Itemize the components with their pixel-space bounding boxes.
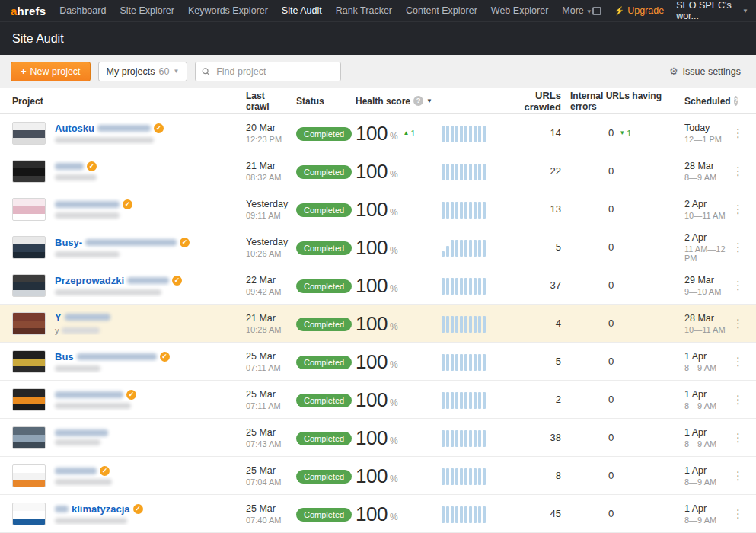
site-thumbnail[interactable]	[12, 236, 46, 259]
kebab-menu-button[interactable]: ⋮	[732, 203, 744, 215]
last-crawl-date: 20 Mar	[246, 123, 290, 133]
nav-item-more[interactable]: More▼	[562, 5, 592, 16]
scheduled-time: 11 AM—12 PM	[684, 244, 730, 263]
nav-item-content-explorer[interactable]: Content Explorer	[406, 5, 477, 16]
site-thumbnail[interactable]	[12, 274, 46, 297]
project-link[interactable]: ✓	[55, 199, 132, 209]
nav-item-site-explorer[interactable]: Site Explorer	[120, 5, 174, 16]
health-score-value: 100	[356, 314, 388, 334]
header-last-crawl[interactable]: Last crawl	[237, 91, 290, 112]
kebab-menu-button[interactable]: ⋮	[732, 279, 744, 292]
health-score-cell: 100 % ▲	[349, 276, 422, 295]
new-project-button[interactable]: + New project	[11, 62, 91, 81]
site-thumbnail[interactable]	[12, 122, 46, 145]
health-score-value: 100	[356, 466, 388, 486]
kebab-menu-button[interactable]: ⋮	[732, 241, 744, 254]
kebab-menu-button[interactable]: ⋮	[732, 164, 744, 177]
header-internal-errors[interactable]: Internal URLs having errors	[570, 91, 677, 112]
workspace-selector[interactable]: SEO SPEC's wor... ▼	[676, 0, 748, 21]
nav-item-web-explorer[interactable]: Web Explorer	[491, 5, 549, 16]
nav-item-rank-tracker[interactable]: Rank Tracker	[336, 5, 392, 16]
project-text: Przeprowadzki ✓	[55, 275, 182, 295]
upgrade-link[interactable]: ⚡ Upgrade	[614, 5, 664, 16]
health-score-cell: 100 % ▲	[349, 428, 422, 448]
project-link[interactable]: Busy- ✓	[55, 237, 190, 248]
info-icon[interactable]: ?	[413, 96, 423, 106]
health-sparkline	[422, 467, 506, 485]
internal-errors-cell: 0 ▼	[570, 394, 677, 405]
top-nav: ahrefs DashboardSite ExplorerKeywords Ex…	[0, 0, 756, 21]
display-icon[interactable]	[592, 7, 602, 15]
scheduled-cell: 2 Apr 10—11 AM	[677, 199, 730, 220]
kebab-menu-button[interactable]: ⋮	[732, 469, 744, 482]
project-link[interactable]: ✓	[55, 466, 112, 476]
header-project[interactable]: Project	[12, 96, 237, 107]
project-link[interactable]: klimatyzacja ✓	[55, 503, 143, 515]
health-score-value: 100	[356, 390, 388, 410]
domain-visible: y	[55, 326, 59, 335]
status-badge: Completed	[296, 279, 352, 293]
kebab-menu-button[interactable]: ⋮	[732, 431, 744, 444]
internal-errors-cell: 0 ▼	[570, 203, 677, 215]
project-link[interactable]: ✓	[55, 161, 97, 171]
site-thumbnail[interactable]	[12, 160, 46, 183]
last-crawl-cell: 21 Mar 08:32 AM	[237, 161, 290, 182]
project-link[interactable]: Y ✓	[55, 311, 110, 323]
kebab-menu-button[interactable]: ⋮	[732, 355, 744, 368]
last-crawl-time: 07:04 AM	[246, 477, 290, 487]
find-project-input[interactable]	[215, 65, 334, 78]
nav-item-site-audit[interactable]: Site Audit	[282, 5, 322, 16]
site-thumbnail[interactable]	[12, 503, 46, 525]
my-projects-dropdown[interactable]: My projects 60 ▼	[98, 62, 188, 81]
row-menu-cell: ⋮	[730, 317, 744, 330]
site-thumbnail[interactable]	[12, 198, 46, 221]
status-cell: Completed	[290, 355, 349, 369]
blurred-name	[65, 314, 110, 321]
info-icon[interactable]: ?	[734, 96, 738, 106]
table-row: Y ✓ y 21 Mar 10:28 AM Completed 100 % ▲	[0, 305, 756, 343]
blurred-domain	[55, 479, 112, 485]
health-score-cell: 100 % ▲	[349, 161, 422, 181]
toolbar: + New project My projects 60 ▼ ⚙ Issue s…	[0, 55, 756, 88]
logo-rest: hrefs	[18, 5, 46, 18]
kebab-menu-button[interactable]: ⋮	[732, 507, 744, 520]
scheduled-time: 9—10 AM	[684, 287, 730, 296]
errors-value: 0	[608, 203, 614, 215]
project-link[interactable]: Przeprowadzki ✓	[55, 275, 182, 286]
site-thumbnail[interactable]	[12, 312, 46, 335]
verified-badge-icon: ✓	[160, 352, 170, 362]
row-menu-cell: ⋮	[730, 355, 744, 369]
last-crawl-time: 07:40 AM	[246, 515, 290, 525]
project-link[interactable]: Bus ✓	[55, 351, 170, 362]
project-link[interactable]: Autosku ✓	[55, 123, 164, 134]
status-cell: Completed	[290, 317, 349, 330]
site-thumbnail[interactable]	[12, 350, 46, 373]
kebab-menu-button[interactable]: ⋮	[732, 126, 744, 139]
project-link[interactable]: ✓	[55, 429, 108, 436]
header-health-score[interactable]: Health score ? ▼	[349, 96, 506, 107]
health-sparkline	[422, 505, 506, 523]
ahrefs-logo[interactable]: ahrefs	[11, 5, 46, 18]
project-cell: klimatyzacja ✓	[12, 503, 237, 525]
issue-settings-button[interactable]: ⚙ Issue settings	[665, 65, 745, 78]
health-score-value: 100	[356, 238, 388, 257]
project-link[interactable]: ✓	[55, 390, 136, 400]
header-scheduled[interactable]: Scheduled ?	[677, 96, 730, 107]
row-menu-cell: ⋮	[730, 203, 744, 216]
site-thumbnail[interactable]	[12, 426, 46, 449]
nav-item-dashboard[interactable]: Dashboard	[59, 5, 106, 16]
header-status[interactable]: Status	[290, 96, 349, 107]
errors-value: 0	[608, 127, 614, 139]
kebab-menu-button[interactable]: ⋮	[732, 317, 744, 330]
table-row: klimatyzacja ✓ 25 Mar 07:40 AM Completed…	[0, 495, 756, 533]
errors-value: 0	[608, 508, 614, 519]
scheduled-time: 8—9 AM	[684, 439, 730, 448]
site-thumbnail[interactable]	[12, 388, 46, 411]
site-thumbnail[interactable]	[12, 464, 46, 487]
nav-item-keywords-explorer[interactable]: Keywords Explorer	[188, 5, 268, 16]
header-urls-crawled[interactable]: URLs crawled	[506, 90, 570, 113]
table-row: Bus ✓ 25 Mar 07:11 AM Completed 100 % ▲	[0, 343, 756, 381]
last-crawl-cell: 25 Mar 07:04 AM	[237, 465, 290, 487]
kebab-menu-button[interactable]: ⋮	[732, 393, 744, 406]
status-badge: Completed	[296, 165, 352, 179]
